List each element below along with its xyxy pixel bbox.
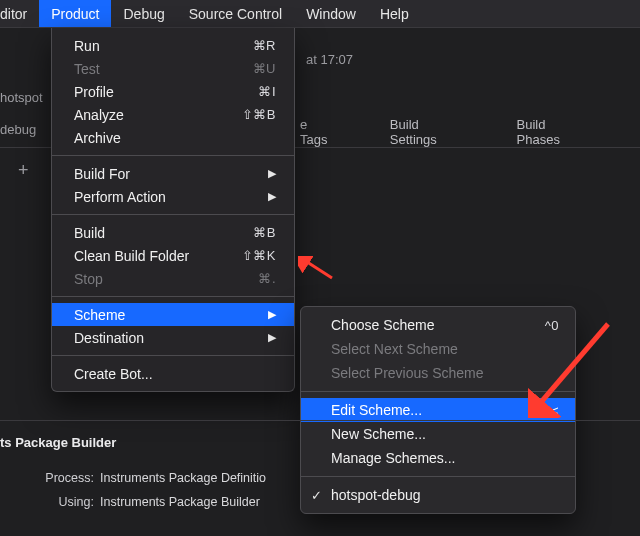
product-menu: Run⌘R Test⌘U Profile⌘I Analyze⇧⌘B Archiv… xyxy=(51,28,295,392)
submenu-arrow-icon: ▶ xyxy=(260,167,276,180)
menu-item-profile[interactable]: Profile⌘I xyxy=(52,80,294,103)
submenu-item-choose-scheme[interactable]: Choose Scheme^0 xyxy=(301,313,575,337)
tab-build-phases[interactable]: Build Phases xyxy=(517,117,584,147)
menubar-item-editor[interactable]: ditor xyxy=(0,0,39,27)
info-panel: ts Package Builder Process: Instruments … xyxy=(0,420,640,536)
menubar-item-help[interactable]: Help xyxy=(368,0,421,27)
menu-separator xyxy=(301,391,575,392)
submenu-arrow-icon: ▶ xyxy=(260,308,276,321)
info-value: Instruments Package Definitio xyxy=(100,471,266,485)
menu-item-build[interactable]: Build⌘B xyxy=(52,221,294,244)
panel-title: ts Package Builder xyxy=(0,435,640,466)
submenu-item-select-next-scheme: Select Next Scheme xyxy=(301,337,575,361)
add-button[interactable]: + xyxy=(18,160,29,181)
info-value: Instruments Package Builder xyxy=(100,495,260,509)
menu-item-scheme[interactable]: Scheme▶ xyxy=(52,303,294,326)
submenu-arrow-icon: ▶ xyxy=(260,331,276,344)
menu-item-perform-action[interactable]: Perform Action▶ xyxy=(52,185,294,208)
submenu-item-edit-scheme[interactable]: Edit Scheme...⌘< xyxy=(301,398,575,422)
menu-item-clean-build-folder[interactable]: Clean Build Folder⇧⌘K xyxy=(52,244,294,267)
submenu-arrow-icon: ▶ xyxy=(260,190,276,203)
app-menubar: ditor Product Debug Source Control Windo… xyxy=(0,0,640,28)
menu-separator xyxy=(52,355,294,356)
submenu-item-select-previous-scheme: Select Previous Scheme xyxy=(301,361,575,385)
info-key: Process: xyxy=(0,471,100,485)
menubar-item-debug[interactable]: Debug xyxy=(111,0,176,27)
menu-item-destination[interactable]: Destination▶ xyxy=(52,326,294,349)
filter-hotspot[interactable]: hotspot xyxy=(0,90,43,105)
menubar-item-window[interactable]: Window xyxy=(294,0,368,27)
annotation-arrow-icon xyxy=(298,256,334,280)
tab-tags[interactable]: e Tags xyxy=(300,117,334,147)
breadcrumb-time: at 17:07 xyxy=(306,52,353,67)
menu-item-analyze[interactable]: Analyze⇧⌘B xyxy=(52,103,294,126)
menu-item-stop: Stop⌘. xyxy=(52,267,294,290)
info-row-process: Process: Instruments Package Definitio xyxy=(0,466,640,490)
menu-item-test: Test⌘U xyxy=(52,57,294,80)
svg-line-0 xyxy=(304,260,332,278)
menu-item-run[interactable]: Run⌘R xyxy=(52,34,294,57)
menubar-item-product[interactable]: Product xyxy=(39,0,111,27)
info-key: Using: xyxy=(0,495,100,509)
menu-item-create-bot[interactable]: Create Bot... xyxy=(52,362,294,385)
menu-item-build-for[interactable]: Build For▶ xyxy=(52,162,294,185)
menubar-item-source-control[interactable]: Source Control xyxy=(177,0,294,27)
menu-separator xyxy=(52,296,294,297)
menu-separator xyxy=(52,155,294,156)
menu-separator xyxy=(52,214,294,215)
tab-build-settings[interactable]: Build Settings xyxy=(390,117,461,147)
menu-item-archive[interactable]: Archive xyxy=(52,126,294,149)
info-row-using: Using: Instruments Package Builder xyxy=(0,490,640,514)
